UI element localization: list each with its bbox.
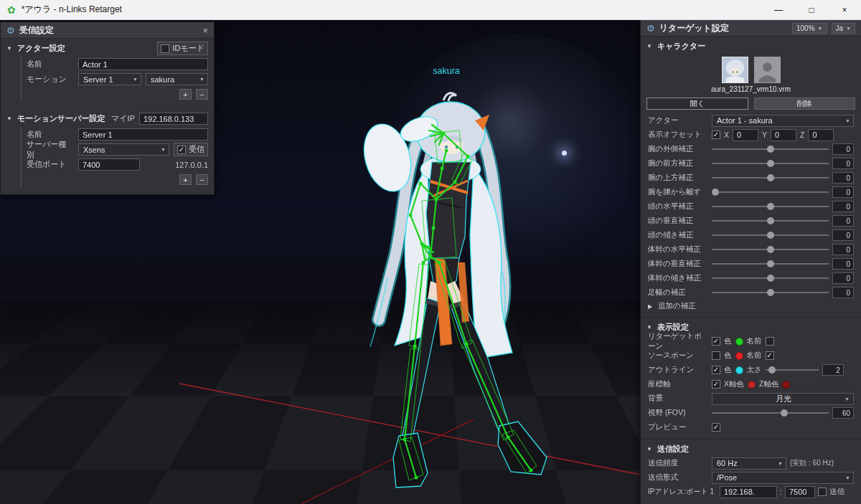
slider-value[interactable]: 0: [832, 258, 854, 270]
server-name-input[interactable]: Server 1: [78, 128, 208, 141]
send-rate-dropdown[interactable]: 60 Hz ▼: [712, 457, 786, 470]
correction-slider[interactable]: [712, 217, 829, 225]
correction-slider[interactable]: [712, 145, 829, 153]
collapse-triangle-icon[interactable]: ▼: [6, 115, 13, 122]
language-dropdown[interactable]: Ja ▼: [832, 23, 856, 34]
retarget-bone-name-checkbox[interactable]: [766, 337, 774, 346]
offset-y-input[interactable]: 0: [771, 129, 796, 141]
id-mode-label: IDモード: [172, 43, 204, 54]
zoom-dropdown[interactable]: 100% ▼: [792, 23, 827, 34]
source-bone-color-swatch[interactable]: [735, 352, 743, 360]
correction-slider[interactable]: [712, 245, 829, 254]
motion-actor-dropdown[interactable]: sakura ▼: [146, 73, 208, 85]
send-checkbox[interactable]: [818, 488, 827, 496]
correction-slider[interactable]: [712, 188, 829, 196]
outline-checkbox[interactable]: [712, 366, 720, 374]
actor-select-dropdown[interactable]: Actor 1 - sakura ▼: [712, 115, 854, 127]
receive-port-input[interactable]: 7400: [78, 158, 140, 171]
correction-slider[interactable]: [712, 231, 829, 239]
slider-handle[interactable]: [767, 203, 774, 210]
source-bone-name-checkbox[interactable]: [766, 351, 774, 360]
correction-slider[interactable]: [712, 274, 829, 282]
preview-label: プレビュー: [648, 422, 708, 432]
slider-handle[interactable]: [768, 366, 776, 374]
slider-handle[interactable]: [767, 260, 774, 267]
add-server-button[interactable]: +: [179, 174, 192, 185]
slider-value[interactable]: 0: [832, 143, 854, 155]
slider-value[interactable]: 0: [832, 287, 854, 298]
ip-address-input[interactable]: 192.168.: [720, 486, 777, 498]
slider-handle[interactable]: [767, 275, 774, 282]
slider-value[interactable]: 0: [832, 172, 854, 184]
slider-value[interactable]: 0: [832, 201, 854, 212]
slider-handle[interactable]: [767, 246, 774, 253]
character-thumb-empty[interactable]: [754, 57, 781, 83]
correction-slider[interactable]: [712, 159, 829, 168]
retarget-bones-checkbox[interactable]: [712, 337, 720, 346]
slider-handle[interactable]: [767, 174, 774, 181]
collapse-triangle-icon[interactable]: ▼: [646, 324, 653, 331]
port-input[interactable]: 7500: [785, 486, 815, 498]
receive-checkbox[interactable]: [177, 146, 186, 154]
thickness-slider[interactable]: [766, 366, 819, 374]
my-ip-input[interactable]: 192.168.0.133: [139, 113, 208, 125]
motion-server-title: モーションサーバー設定: [17, 113, 105, 124]
slider-value[interactable]: 0: [832, 229, 854, 241]
slider-value[interactable]: 0: [832, 158, 854, 169]
outline-color-swatch[interactable]: [735, 366, 743, 374]
correction-slider[interactable]: [712, 288, 829, 297]
slider-handle[interactable]: [767, 232, 774, 239]
add-actor-button[interactable]: +: [179, 89, 192, 100]
slider-handle[interactable]: [712, 189, 719, 196]
fov-slider[interactable]: [712, 409, 829, 417]
axes-checkbox[interactable]: [712, 380, 720, 389]
slider-handle[interactable]: [767, 146, 774, 153]
correction-slider[interactable]: [712, 173, 829, 182]
offset-z-input[interactable]: 0: [808, 129, 834, 141]
slider-value[interactable]: 0: [832, 272, 854, 284]
motion-server-dropdown[interactable]: Server 1 ▼: [78, 73, 141, 85]
collapse-triangle-icon[interactable]: ▼: [6, 45, 13, 52]
offset-checkbox[interactable]: [712, 130, 720, 139]
character-thumbnail[interactable]: [722, 57, 748, 83]
retarget-bone-color-swatch[interactable]: [735, 338, 743, 346]
preview-checkbox[interactable]: [712, 423, 720, 432]
x-axis-color-swatch[interactable]: [748, 381, 756, 389]
minimize-button[interactable]: —: [762, 0, 795, 19]
fov-value[interactable]: 60: [832, 407, 854, 419]
collapse-triangle-icon[interactable]: ▶: [648, 303, 654, 310]
close-button[interactable]: ×: [828, 0, 861, 19]
offset-x-input[interactable]: 0: [733, 129, 758, 141]
maximize-button[interactable]: □: [795, 0, 828, 19]
collapse-triangle-icon[interactable]: ▼: [646, 43, 653, 49]
slider-handle[interactable]: [767, 217, 774, 224]
slider-handle[interactable]: [767, 160, 774, 167]
retarget-panel-header[interactable]: ⚙ リターゲット設定 100% ▼ Ja ▼: [641, 20, 861, 37]
correction-slider[interactable]: [712, 260, 829, 268]
server-type-dropdown[interactable]: Xsens ▼: [78, 143, 169, 156]
window-titlebar[interactable]: ✿ *アウラ - n-Links Retarget — □ ×: [0, 0, 861, 20]
z-axis-color-swatch[interactable]: [782, 381, 790, 389]
send-rate-value: 60 Hz: [717, 459, 738, 467]
slider-value[interactable]: 0: [832, 186, 854, 198]
id-mode-toggle[interactable]: IDモード: [157, 42, 208, 55]
slider-handle[interactable]: [781, 409, 788, 417]
close-icon[interactable]: ×: [202, 25, 208, 36]
open-model-button[interactable]: 開く: [646, 98, 748, 110]
collapse-triangle-icon[interactable]: ▼: [646, 446, 653, 452]
slider-value[interactable]: 0: [832, 215, 854, 227]
background-dropdown[interactable]: 月光 ▼: [712, 393, 854, 405]
remove-actor-button[interactable]: −: [196, 89, 208, 100]
receive-panel-header[interactable]: ⚙ 受信設定 ×: [1, 22, 214, 39]
correction-slider[interactable]: [712, 202, 829, 211]
remove-server-button[interactable]: −: [196, 174, 208, 185]
slider-handle[interactable]: [767, 289, 774, 296]
thickness-value[interactable]: 2: [822, 364, 844, 376]
send-format-dropdown[interactable]: /Pose ▼: [712, 472, 854, 484]
receive-toggle[interactable]: 受信: [174, 143, 208, 156]
source-bones-checkbox[interactable]: [712, 351, 720, 360]
slider-value[interactable]: 0: [832, 244, 854, 255]
actor-name-input[interactable]: Actor 1: [78, 58, 208, 70]
id-mode-checkbox[interactable]: [161, 44, 169, 53]
delete-model-button[interactable]: 削除: [754, 98, 856, 110]
